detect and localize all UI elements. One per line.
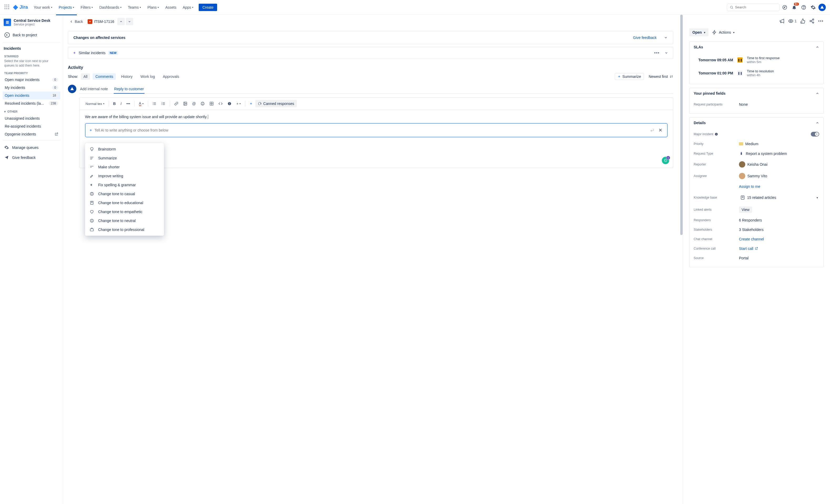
share-icon[interactable]: [809, 19, 815, 24]
queue-resolved[interactable]: Resolved incidents (la...238: [3, 99, 60, 107]
activity-tab-history[interactable]: History: [119, 73, 135, 80]
jira-logo[interactable]: Jira: [12, 4, 28, 10]
prev-issue-button[interactable]: [117, 18, 125, 25]
stakeholders-value[interactable]: 3 Stakeholders: [739, 228, 819, 232]
nav-assets[interactable]: Assets: [163, 3, 179, 11]
ai-neutral[interactable]: Change tone to neutral: [85, 216, 164, 225]
help-icon[interactable]: [799, 3, 808, 11]
other-section-toggle[interactable]: ▾OTHER: [3, 107, 60, 114]
search-field[interactable]: [735, 5, 776, 9]
nav-filters[interactable]: Filters▾: [78, 3, 96, 11]
grammarly-icon[interactable]: G: [662, 157, 669, 164]
sort-button[interactable]: Newest first: [649, 73, 673, 80]
watch-button[interactable]: 1: [788, 19, 797, 24]
ai-prompt-box[interactable]: ✦ ✕: [85, 123, 668, 137]
pinned-header[interactable]: Your pinned fields: [690, 88, 823, 99]
back-button[interactable]: Back: [68, 19, 85, 25]
ai-empathetic[interactable]: Change tone to empathetic: [85, 207, 164, 216]
summarize-button[interactable]: ✦Summarize: [615, 73, 644, 80]
expand-changes-icon[interactable]: [664, 36, 668, 39]
more-actions-icon[interactable]: •••: [818, 19, 824, 23]
ai-summarize[interactable]: Summarize: [85, 154, 164, 163]
reply-customer-tab[interactable]: Reply to customer: [114, 85, 145, 94]
mention-button[interactable]: @: [190, 100, 198, 107]
request-participants-value[interactable]: None: [739, 102, 819, 106]
image-button[interactable]: [181, 100, 189, 107]
give-feedback-sidebar[interactable]: Give feedback: [3, 153, 60, 163]
ai-spelling[interactable]: ✦Fix spelling & grammar: [85, 180, 164, 190]
manage-queues[interactable]: Manage queues: [3, 142, 60, 153]
assignee-value[interactable]: Sammy Vito: [739, 173, 819, 179]
settings-icon[interactable]: [809, 3, 818, 11]
text-style-dropdown[interactable]: Normal tex▾: [84, 100, 106, 107]
numbered-list-button[interactable]: 123: [159, 100, 168, 107]
status-dropdown[interactable]: Open▾: [689, 28, 708, 36]
nav-dashboards[interactable]: Dashboards▾: [97, 3, 124, 11]
info-button[interactable]: [225, 100, 234, 107]
create-channel-link[interactable]: Create channel: [739, 237, 764, 241]
ai-casual[interactable]: Change tone to casual: [85, 190, 164, 198]
activity-tab-comments[interactable]: Comments: [93, 73, 116, 80]
italic-button[interactable]: I: [119, 100, 124, 107]
queue-open-major[interactable]: Open major incidents0: [3, 76, 60, 83]
search-input[interactable]: [727, 4, 779, 11]
nav-plans[interactable]: Plans▾: [145, 3, 162, 11]
nav-projects[interactable]: Projects▾: [56, 3, 77, 11]
compass-icon[interactable]: [780, 3, 789, 11]
ai-educational[interactable]: Change tone to educational: [85, 198, 164, 207]
responders-value[interactable]: 6 Responders: [739, 218, 819, 222]
major-incident-toggle[interactable]: [811, 132, 819, 137]
scrollbar-thumb[interactable]: [680, 15, 683, 235]
queue-my-incidents[interactable]: My incidents0: [3, 83, 60, 92]
start-call-link[interactable]: Start call: [739, 246, 758, 251]
editor-content-area[interactable]: We are aware of the billing system issue…: [80, 110, 673, 168]
bold-button[interactable]: B: [111, 100, 118, 107]
slas-header[interactable]: SLAs: [690, 42, 823, 52]
issue-key[interactable]: ITSM-17116: [88, 19, 114, 24]
details-header[interactable]: Details: [690, 117, 823, 128]
profile-avatar[interactable]: [819, 4, 826, 11]
like-icon[interactable]: [800, 19, 805, 24]
bullet-list-button[interactable]: [150, 100, 159, 107]
give-feedback-link[interactable]: Give feedback: [633, 35, 657, 40]
queue-reassigned[interactable]: Re-assigned incidents: [3, 122, 60, 130]
announce-icon[interactable]: [779, 19, 785, 24]
nav-apps[interactable]: Apps▾: [180, 3, 196, 11]
nav-your-work[interactable]: Your work▾: [31, 3, 55, 11]
internal-note-tab[interactable]: Add internal note: [79, 85, 108, 93]
text-color-button[interactable]: A▾: [137, 100, 146, 108]
queue-unassigned[interactable]: Unassigned incidents: [3, 114, 60, 122]
linked-alerts-view[interactable]: View: [739, 206, 752, 213]
activity-tab-worklog[interactable]: Work log: [138, 73, 158, 80]
queue-open-incidents[interactable]: Open incidents18: [3, 92, 60, 99]
ai-improve[interactable]: Improve writing: [85, 171, 164, 180]
nav-teams[interactable]: Teams▾: [125, 3, 144, 11]
priority-value[interactable]: Medium: [739, 142, 819, 146]
next-issue-button[interactable]: [126, 18, 133, 25]
expand-similar-icon[interactable]: [665, 51, 668, 55]
ai-close-icon[interactable]: ✕: [658, 126, 663, 134]
insert-button[interactable]: +▾: [234, 100, 243, 107]
reporter-value[interactable]: Keisha Onai: [739, 161, 819, 168]
kb-value[interactable]: 15 related articles▾: [739, 194, 819, 201]
activity-tab-approvals[interactable]: Approvals: [160, 73, 182, 80]
activity-tab-all[interactable]: All: [81, 73, 90, 80]
emoji-button[interactable]: [198, 100, 207, 107]
actions-dropdown[interactable]: Actions▾: [712, 30, 734, 35]
notifications-icon[interactable]: 9+: [790, 3, 798, 11]
more-format-button[interactable]: •••: [124, 100, 132, 107]
canned-responses-button[interactable]: Canned responses: [255, 100, 297, 107]
ai-shorter[interactable]: Make shorter: [85, 163, 164, 171]
ai-professional[interactable]: Change tone to professional: [85, 225, 164, 234]
table-button[interactable]: [208, 100, 216, 107]
similar-more-icon[interactable]: •••: [654, 51, 660, 55]
create-button[interactable]: Create: [199, 4, 217, 11]
assign-to-me-link[interactable]: Assign to me: [739, 184, 760, 189]
queue-opsgenie[interactable]: Opsgenie incidents: [3, 130, 60, 138]
back-to-project-link[interactable]: Back to project: [3, 30, 60, 40]
ai-brainstorm[interactable]: Brainstorm: [85, 145, 164, 154]
code-button[interactable]: [216, 100, 225, 107]
ai-toolbar-button[interactable]: ✦: [247, 100, 255, 107]
app-switcher-icon[interactable]: [4, 4, 10, 10]
ai-prompt-input[interactable]: [94, 128, 647, 132]
